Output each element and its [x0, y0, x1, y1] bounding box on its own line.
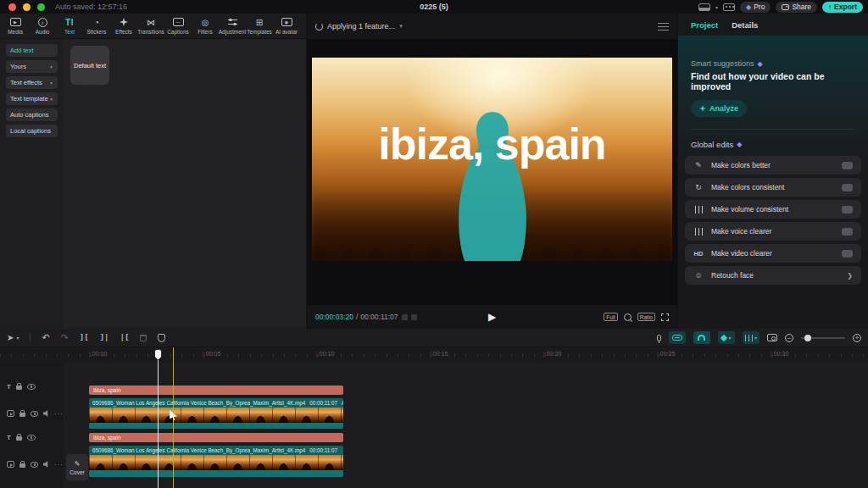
os-title-bar: Auto saved: 12:57:16 0225 (5) ▾ ◆ Pro Sh…: [0, 0, 868, 14]
zoom-slider-knob[interactable]: [804, 335, 811, 341]
mask-button[interactable]: [158, 334, 165, 342]
lock-icon[interactable]: [19, 463, 25, 468]
full-screen-preview-button[interactable]: Full: [604, 313, 617, 321]
default-text-card[interactable]: Default text: [70, 46, 109, 85]
timeline-zoom-slider[interactable]: [801, 337, 845, 339]
layout-chevron-icon[interactable]: ▾: [715, 4, 718, 10]
share-button[interactable]: Share: [776, 2, 817, 13]
layout-toggle-icon[interactable]: [698, 3, 710, 11]
record-voiceover-button[interactable]: [657, 335, 661, 341]
delete-button[interactable]: [140, 335, 147, 341]
keyframe-dropdown[interactable]: ▾: [718, 331, 735, 344]
ribbon-tab-captions[interactable]: — Captions: [164, 17, 192, 35]
track-header-video-1: ···: [0, 408, 64, 419]
toggle-off[interactable]: [842, 162, 853, 169]
select-tool-button[interactable]: ➤▾: [7, 334, 19, 342]
preview-canvas[interactable]: ibiza, spain: [307, 39, 677, 305]
sidebar-item-local-captions[interactable]: Local captions: [6, 125, 58, 137]
tab-project[interactable]: Project: [691, 20, 718, 30]
toggle-off[interactable]: [842, 228, 853, 236]
ribbon-tab-effects[interactable]: Effects: [110, 17, 137, 35]
eye-icon[interactable]: [31, 411, 38, 417]
play-button[interactable]: ▶: [488, 311, 496, 323]
lock-icon[interactable]: [19, 413, 25, 417]
ratio-button[interactable]: Ratio: [637, 313, 655, 321]
edit-make-colors-better[interactable]: ✎ Make colors better: [685, 156, 861, 175]
link-clips-toggle[interactable]: [669, 331, 686, 344]
speaker-icon[interactable]: [43, 461, 49, 468]
minimize-window-button[interactable]: [23, 3, 31, 11]
ribbon-tab-adjustment[interactable]: Adjustment: [219, 17, 246, 35]
ribbon-tab-text[interactable]: TI Text: [56, 17, 83, 35]
face-icon: ☺: [693, 271, 704, 280]
playhead-line[interactable]: [158, 351, 159, 488]
ribbon-tab-transitions[interactable]: ⋈ Transitions: [137, 17, 164, 35]
toggle-off[interactable]: [842, 250, 853, 258]
ribbon-tab-media[interactable]: ▶ Media: [2, 17, 29, 35]
eye-icon[interactable]: [27, 384, 36, 390]
sidebar-item-yours[interactable]: Yours ▼: [6, 60, 58, 73]
sidebar-item-add-text[interactable]: Add text: [6, 44, 58, 57]
edit-cover-button[interactable]: ✎ Cover: [66, 454, 88, 480]
video-clip-2[interactable]: 6509686_Woman Los Angeles California Ven…: [89, 446, 343, 477]
ribbon-tab-audio[interactable]: ♪ Audio: [29, 17, 56, 35]
close-window-button[interactable]: [8, 3, 16, 11]
preview-menu-icon[interactable]: [658, 23, 669, 30]
sidebar-item-auto-captions[interactable]: Auto captions: [6, 108, 58, 121]
zoom-window-button[interactable]: [37, 3, 45, 11]
tab-details[interactable]: Details: [732, 20, 758, 30]
audio-mix-dropdown[interactable]: ▾: [743, 331, 760, 344]
keyboard-shortcuts-icon[interactable]: [723, 3, 735, 11]
media-icon: ▶: [10, 18, 21, 26]
undo-button[interactable]: ↶: [42, 333, 49, 342]
snapping-toggle[interactable]: [693, 331, 710, 344]
text-clip-1[interactable]: ibiza, spain: [89, 385, 343, 395]
more-options-icon[interactable]: ···: [54, 461, 64, 469]
ribbon-tab-templates[interactable]: ⊞ Templates: [246, 17, 273, 35]
split-left-button[interactable]: ]|: [100, 334, 109, 341]
speaker-icon[interactable]: [43, 410, 49, 417]
lock-icon[interactable]: [16, 385, 22, 390]
sidebar-item-text-template[interactable]: Text template ▼: [6, 92, 58, 105]
prev-frame-button[interactable]: [402, 314, 408, 320]
sidebar-item-text-effects[interactable]: Text effects ▼: [6, 76, 58, 89]
clip-apply-label[interactable]: Apply: [342, 400, 343, 406]
toggle-off[interactable]: [842, 184, 853, 191]
transitions-icon: ⋈: [147, 17, 155, 27]
expand-preview-icon[interactable]: [661, 313, 669, 321]
more-options-icon[interactable]: ···: [54, 410, 64, 418]
video-frame[interactable]: ibiza, spain: [312, 58, 672, 261]
video-clip-1[interactable]: 6509686_Woman Los Angeles California Ven…: [89, 398, 343, 429]
preview-zoom-icon[interactable]: [624, 313, 632, 321]
eye-icon[interactable]: [27, 435, 36, 441]
split-right-button[interactable]: |[: [120, 334, 130, 341]
split-button[interactable]: ][: [80, 334, 89, 341]
next-frame-button[interactable]: [411, 314, 417, 320]
export-button[interactable]: ↑ Export: [822, 2, 863, 13]
edit-make-video-clearer[interactable]: HD Make video clearer: [685, 244, 861, 263]
edit-make-volume-consistent[interactable]: Make volume consistent: [685, 200, 861, 219]
text-clip-2[interactable]: ibiza, spain: [89, 433, 343, 442]
edit-retouch-face[interactable]: ☺ Retouch face ❯: [685, 266, 861, 285]
ribbon-tab-filters[interactable]: ◎ Filters: [192, 17, 219, 35]
ribbon-tab-stickers[interactable]: ◔ Stickers: [83, 17, 110, 35]
magnet-icon: [698, 335, 705, 341]
color-wand-icon: ✎: [693, 161, 704, 169]
track-header-gutter: T ··· T ···: [0, 363, 64, 488]
zoom-in-button[interactable]: +: [853, 334, 861, 342]
eye-icon[interactable]: [31, 462, 38, 468]
edit-make-voice-clearer[interactable]: Make voice clearer: [685, 222, 861, 241]
chevron-down-icon[interactable]: ▼: [398, 24, 403, 29]
hd-icon: HD: [693, 250, 704, 258]
toggle-off[interactable]: [842, 206, 853, 214]
pro-button[interactable]: ◆ Pro: [740, 2, 771, 13]
redo-button[interactable]: ↷: [61, 333, 69, 342]
ribbon-tab-ai-avatar[interactable]: ◉ AI avatar: [273, 17, 300, 35]
timeline-ruler[interactable]: 00:00 00:05 00:10 00:15 00:20 00:25 00:3…: [0, 347, 868, 363]
snapshot-button[interactable]: [767, 334, 777, 341]
lock-icon[interactable]: [16, 436, 22, 441]
zoom-out-button[interactable]: –: [785, 334, 793, 342]
link-icon: [672, 335, 682, 341]
edit-make-colors-consistent[interactable]: ↻ Make colors consistent: [685, 178, 861, 197]
analyze-button[interactable]: Analyze: [691, 100, 747, 117]
